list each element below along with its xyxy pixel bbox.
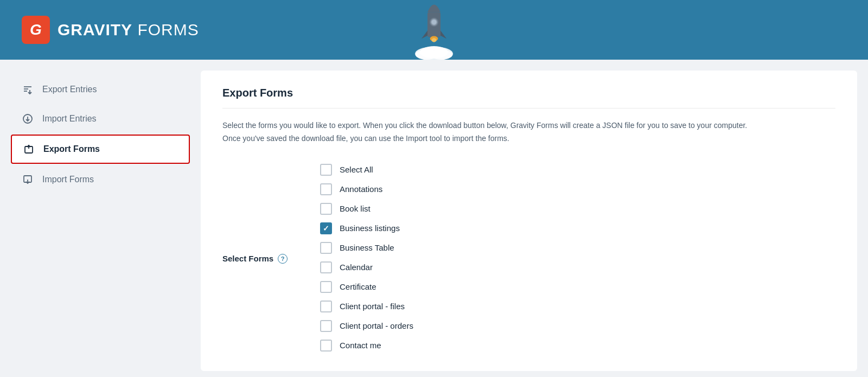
page-description: Select the forms you would like to expor… — [222, 119, 765, 145]
sidebar-item-export-forms[interactable]: Export Forms — [11, 135, 190, 164]
checkbox-certificate[interactable] — [320, 281, 332, 293]
svg-point-6 — [431, 20, 436, 24]
select-forms-section: Select Forms ? Select AllAnnotationsBook… — [222, 161, 835, 355]
sidebar-item-export-entries[interactable]: Export Entries — [11, 76, 190, 103]
logo-letter: G — [30, 21, 42, 39]
sidebar-item-export-entries-label: Export Entries — [42, 85, 97, 94]
svg-point-3 — [420, 46, 448, 58]
sidebar-item-import-forms-label: Import Forms — [42, 175, 94, 184]
checkbox-business-table[interactable] — [320, 242, 332, 254]
form-item-contact-me[interactable]: Contact me — [320, 336, 413, 355]
sidebar-item-import-entries-label: Import Entries — [42, 114, 97, 124]
sidebar: Export Entries Import Entries Export For… — [0, 60, 201, 377]
sidebar-item-import-forms[interactable]: Import Forms — [11, 166, 190, 193]
sidebar-item-export-forms-label: Export Forms — [43, 144, 100, 154]
checkbox-calendar[interactable] — [320, 261, 332, 273]
brand-light: FORMS — [132, 21, 199, 39]
form-item-client-portal-orders[interactable]: Client portal - orders — [320, 317, 413, 335]
form-item-business-listings[interactable]: Business listings — [320, 219, 413, 238]
checkbox-client-portal-orders[interactable] — [320, 320, 332, 332]
form-item-select-all[interactable]: Select All — [320, 161, 413, 179]
checkbox-business-listings[interactable] — [320, 222, 332, 234]
content-area: Export Forms Select the forms you would … — [201, 60, 868, 377]
main-layout: Export Entries Import Entries Export For… — [0, 60, 868, 377]
checkbox-select-all[interactable] — [320, 164, 332, 176]
form-item-book-list[interactable]: Book list — [320, 200, 413, 218]
select-forms-label: Select Forms ? — [222, 161, 298, 355]
form-label-annotations: Annotations — [340, 184, 382, 194]
logo-text: GRAVITY FORMS — [58, 21, 199, 39]
help-icon[interactable]: ? — [278, 254, 288, 264]
form-item-calendar[interactable]: Calendar — [320, 258, 413, 277]
svg-point-8 — [431, 38, 436, 42]
form-item-certificate[interactable]: Certificate — [320, 278, 413, 296]
form-label-select-all: Select All — [340, 165, 373, 174]
form-label-book-list: Book list — [340, 204, 371, 213]
form-label-certificate: Certificate — [340, 282, 376, 291]
brand-bold: GRAVITY — [58, 21, 132, 39]
checkbox-annotations[interactable] — [320, 183, 332, 195]
logo-icon: G — [22, 16, 50, 44]
checkbox-client-portal-files[interactable] — [320, 301, 332, 312]
checkbox-contact-me[interactable] — [320, 340, 332, 352]
import-entries-icon — [22, 113, 34, 125]
content-card: Export Forms Select the forms you would … — [201, 71, 857, 371]
page-title: Export Forms — [222, 87, 835, 108]
form-item-annotations[interactable]: Annotations — [320, 180, 413, 199]
form-label-client-portal-files: Client portal - files — [340, 302, 405, 311]
form-label-business-table: Business Table — [340, 243, 394, 252]
export-entries-icon — [22, 84, 34, 95]
form-label-business-listings: Business listings — [340, 223, 400, 233]
sidebar-item-import-entries[interactable]: Import Entries — [11, 105, 190, 132]
form-item-client-portal-files[interactable]: Client portal - files — [320, 297, 413, 316]
import-forms-icon — [22, 174, 34, 186]
forms-list: Select AllAnnotationsBook listBusiness l… — [320, 161, 413, 355]
export-forms-icon — [23, 143, 35, 155]
select-forms-text: Select Forms — [222, 254, 273, 263]
form-label-calendar: Calendar — [340, 263, 373, 272]
form-label-client-portal-orders: Client portal - orders — [340, 321, 413, 330]
form-item-business-table[interactable]: Business Table — [320, 239, 413, 257]
app-header: G GRAVITY FORMS — [0, 0, 868, 60]
rocket-illustration — [410, 0, 458, 60]
checkbox-book-list[interactable] — [320, 203, 332, 215]
logo-area: G GRAVITY FORMS — [22, 16, 199, 44]
form-label-contact-me: Contact me — [340, 341, 381, 350]
